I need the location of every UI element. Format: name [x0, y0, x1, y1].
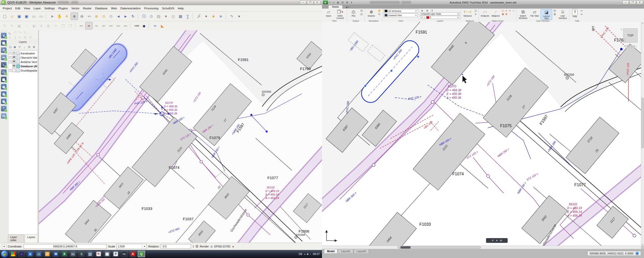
- menu-web[interactable]: Web: [109, 6, 118, 11]
- add-wfs-layer-icon[interactable]: ◍: [1, 99, 7, 104]
- taskbar-outlook[interactable]: O: [44, 251, 51, 257]
- midpoint-snap-button[interactable]: ⟋Midpoint: [491, 9, 501, 17]
- save-project-icon[interactable]: ▣: [16, 13, 23, 20]
- scale-combo[interactable]: 1:500▼: [116, 244, 147, 249]
- new-project-icon[interactable]: ▢: [1, 13, 8, 20]
- layer-checkbox[interactable]: ✕: [12, 52, 16, 55]
- layer-item[interactable]: +✕Grundlageplane: [8, 68, 37, 73]
- layer-diagram-options-icon[interactable]: ab: [93, 22, 100, 29]
- endpoint-snap-button[interactable]: ⟋○Endpoint: [480, 9, 490, 17]
- undo-icon[interactable]: ↶: [13, 30, 17, 35]
- annotation-icon[interactable]: ✎: [228, 13, 235, 20]
- save-project-as-icon[interactable]: ▣: [23, 13, 30, 20]
- offset-curve-icon[interactable]: ❨: [8, 35, 12, 40]
- add-wcs-layer-icon[interactable]: ◍: [1, 91, 7, 97]
- menu-raster[interactable]: Raster: [81, 6, 93, 11]
- zoom-full-icon[interactable]: ⊛: [93, 13, 100, 20]
- paste-features-icon[interactable]: ❒: [67, 22, 74, 29]
- current-edits-icon[interactable]: ✎: [1, 22, 8, 29]
- taskbar-firefox[interactable]: ◐: [18, 251, 25, 257]
- add-wms-layer-icon[interactable]: ◍: [1, 84, 7, 89]
- highlight-labels-icon[interactable]: abc: [100, 22, 107, 29]
- qgis-titlebar[interactable]: QGIS 61d81f0 - Werkplan Abwasser ─ ❐ ✕: [0, 0, 322, 5]
- render-checkbox[interactable]: ☒: [195, 245, 198, 248]
- menu-plugins[interactable]: Plugins: [57, 6, 70, 11]
- layer-checkbox[interactable]: ✕: [12, 69, 16, 72]
- layer-checkbox[interactable]: ✕: [12, 56, 16, 59]
- menu-database[interactable]: Database: [93, 6, 109, 11]
- coordinate-input[interactable]: 696029.5,245957.9: [24, 244, 107, 249]
- viewcube-home-icon[interactable]: ⌂: [621, 27, 622, 30]
- orbit-icon[interactable]: ↻: [377, 13, 381, 16]
- measure-dropdown-icon[interactable]: ▾: [203, 13, 210, 20]
- zoom-in-icon[interactable]: ⊕: [71, 13, 78, 20]
- refresh-icon[interactable]: ↻: [130, 13, 136, 20]
- snap-mode-icon-6[interactable]: ◔: [508, 12, 512, 16]
- help-topics-icon[interactable]: ≔: [580, 9, 584, 12]
- filter-legend-icon[interactable]: ▽: [17, 45, 22, 49]
- snap-mode-icon-2[interactable]: ✕: [508, 9, 512, 12]
- tray-icon-0[interactable]: ▴: [304, 253, 306, 255]
- deselect-all-icon[interactable]: ▧: [170, 13, 177, 20]
- user-interface-button[interactable]: ⌸User Interface: [557, 9, 568, 19]
- menu-settings[interactable]: Settings: [43, 6, 57, 11]
- measure-distance-icon[interactable]: ◫: [474, 9, 478, 12]
- tray-icon-1[interactable]: ◉: [307, 253, 309, 255]
- layer-item[interactable]: +✕Amtliche Vermessung: [8, 60, 37, 64]
- new-virtual-layer-icon[interactable]: ✑: [1, 113, 7, 119]
- menu-view[interactable]: View: [22, 6, 32, 11]
- pan-to-selection-icon[interactable]: ✛: [63, 13, 70, 20]
- snap-mode-icon-4[interactable]: ▣: [501, 12, 505, 16]
- taskbar-chrome[interactable]: [9, 251, 17, 257]
- pan-icon[interactable]: ✋: [377, 9, 381, 12]
- map-tips-icon[interactable]: ◣: [8, 30, 12, 35]
- taskbar-text-editor[interactable]: ✎: [95, 251, 102, 257]
- taskbar-pgadmin[interactable]: P: [112, 251, 119, 257]
- ribbon-collapse-icon[interactable]: ▣ ▾: [346, 6, 349, 9]
- add-mssql-layer-icon[interactable]: ◗: [1, 62, 7, 68]
- plot-button[interactable]: ⎙Plot: [348, 9, 359, 17]
- taskbar-sql-manager[interactable]: SQL: [120, 251, 128, 257]
- qat-preview-icon[interactable]: ⊞: [345, 1, 349, 4]
- menu-edit[interactable]: Edit: [14, 6, 22, 11]
- search-icon[interactable]: ⊕: [500, 239, 502, 242]
- label-toolbar-pin-icon[interactable]: abc: [78, 22, 85, 29]
- save-edits-icon[interactable]: ▣: [16, 22, 23, 29]
- metasearch-icon[interactable]: ◆: [141, 22, 147, 29]
- customize-icon[interactable]: ▾: [496, 239, 498, 242]
- start-button[interactable]: [1, 250, 8, 258]
- snap-mode-icon-1[interactable]: ✕: [505, 9, 508, 12]
- maximize-button[interactable]: ❐: [307, 1, 313, 5]
- tray-icon-2[interactable]: ♪: [310, 253, 311, 255]
- taskbar-calculator[interactable]: ▦: [103, 251, 111, 257]
- layer-bulb-icon[interactable]: ⚲: [430, 9, 434, 12]
- add-feature-icon[interactable]: ◉: [30, 22, 37, 29]
- split-features-icon[interactable]: ✂: [18, 35, 22, 40]
- expand-icon[interactable]: +: [9, 69, 12, 72]
- manage-visibility-icon[interactable]: ◉: [13, 45, 17, 49]
- viewcube[interactable]: TOP: [623, 28, 637, 43]
- help-info-icon[interactable]: ≕: [580, 13, 584, 16]
- trueview-logo-icon[interactable]: ▶: [323, 1, 328, 4]
- new-bookmark-icon[interactable]: ★: [217, 13, 224, 20]
- run-feature-action-icon[interactable]: ⊙: [148, 13, 155, 20]
- extents-button[interactable]: ⊕Extents: [366, 9, 377, 17]
- taskbar-windows-explorer[interactable]: ▱: [35, 251, 43, 257]
- wcs-indicator[interactable]: WCS ▾: [625, 45, 636, 48]
- horizontal-scrollbar[interactable]: [322, 246, 641, 249]
- measure-button[interactable]: ⊢⊣Measure: [462, 9, 473, 17]
- clock[interactable]: 09:57: [313, 252, 320, 255]
- add-postgis-layer-icon[interactable]: P: [1, 47, 7, 53]
- copy-features-icon[interactable]: ❐: [60, 22, 66, 29]
- layer-item[interactable]: +✕Übersicht Vektor25: [8, 55, 37, 60]
- tab-layout2[interactable]: Layout2: [354, 249, 369, 253]
- tracking-icon[interactable]: ✛: [2, 244, 6, 249]
- messages-icon[interactable]: ◖: [232, 244, 234, 248]
- snap-mode-icon-5[interactable]: ✿: [505, 12, 508, 16]
- view-dropdown[interactable]: Unsaved View▼: [384, 13, 418, 17]
- toggle-editing-icon[interactable]: ✎: [9, 22, 15, 29]
- touch-icon[interactable]: ➤: [49, 13, 56, 20]
- expand-icon[interactable]: +: [9, 56, 12, 59]
- drawing-aids-icon[interactable]: [635, 252, 639, 255]
- menu-schulgis[interactable]: SchulGIS: [160, 6, 176, 11]
